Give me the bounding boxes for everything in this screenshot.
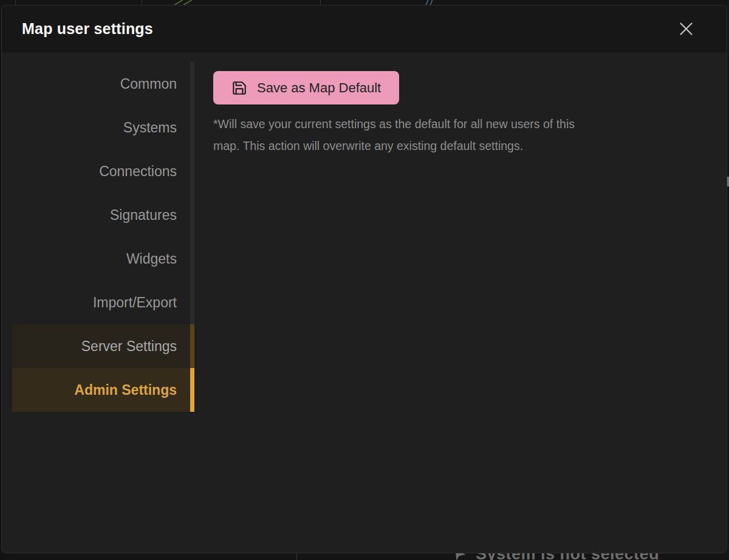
tab-import-export[interactable]: Import/Export: [12, 281, 194, 324]
admin-settings-panel: Save as Map Default *Will save your curr…: [194, 52, 727, 553]
dialog-header: Map user settings: [2, 5, 727, 52]
background-divider-line: [296, 553, 297, 560]
dialog-body: Common Systems Connections Signatures Wi…: [2, 52, 727, 553]
background-divider-line: [142, 0, 142, 5]
settings-tab-list: Common Systems Connections Signatures Wi…: [2, 52, 194, 553]
background-divider-line: [320, 0, 321, 5]
floppy-disk-icon: [231, 80, 247, 96]
save-as-map-default-button[interactable]: Save as Map Default: [213, 71, 399, 104]
tab-systems[interactable]: Systems: [12, 106, 194, 149]
tab-common[interactable]: Common: [12, 62, 194, 106]
tab-widgets[interactable]: Widgets: [12, 237, 194, 281]
tab-server-settings[interactable]: Server Settings: [12, 324, 194, 368]
tab-connections[interactable]: Connections: [12, 149, 194, 193]
save-default-note: *Will save your current settings as the …: [213, 113, 699, 157]
dialog-title: Map user settings: [22, 20, 676, 38]
background-divider-line: [15, 0, 16, 5]
save-button-label: Save as Map Default: [257, 80, 381, 96]
tab-admin-settings[interactable]: Admin Settings: [12, 368, 194, 412]
close-icon: [678, 21, 694, 37]
map-user-settings-dialog: Map user settings Common Systems Connect…: [1, 5, 727, 553]
tab-signatures[interactable]: Signatures: [12, 193, 194, 237]
close-button[interactable]: [676, 19, 696, 39]
